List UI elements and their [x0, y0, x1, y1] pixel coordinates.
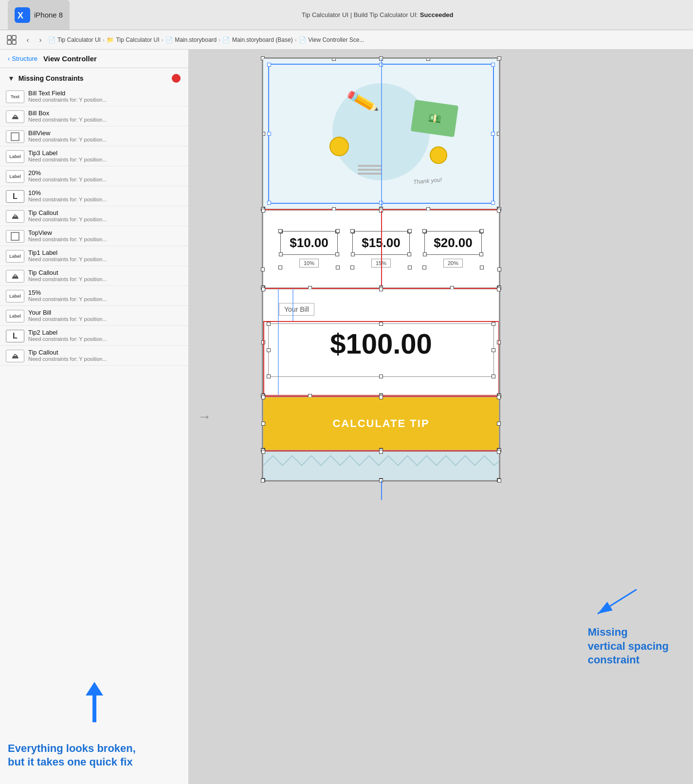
svg-rect-3 [12, 36, 16, 39]
handle [261, 422, 265, 426]
red-line-bill-left [263, 321, 264, 395]
breadcrumb-icon-3: 📄 [165, 36, 173, 44]
svg-rect-5 [12, 40, 16, 44]
red-line-bill-right [498, 321, 499, 395]
ci-badge-square [6, 130, 24, 143]
list-item[interactable]: Bill Box Need constraints for: Y positio… [0, 107, 188, 126]
back-button[interactable]: ‹ [22, 35, 33, 45]
list-item[interactable]: Tip Callout Need constraints for: Y posi… [0, 206, 188, 226]
storyboard-calc-section[interactable]: CALCULATE TIP [263, 397, 499, 450]
missing-constraint-arrow [588, 585, 646, 624]
breadcrumb-label-1: Tip Calculator UI [57, 36, 101, 43]
build-status: Tip Calculator UI | Build Tip Calculator… [70, 11, 685, 18]
list-item[interactable]: Text Bill Text Field Need constraints fo… [0, 87, 188, 107]
calculate-tip-button[interactable]: CALCULATE TIP [332, 417, 429, 430]
title-bar-app: X iPhone 8 [8, 0, 70, 30]
vertical-divider [381, 59, 382, 209]
breadcrumb-label-2: Tip Calculator UI [116, 36, 160, 43]
breadcrumb-icon-5: 📄 [298, 36, 306, 44]
tip-amount-1: $10.00 [290, 235, 328, 250]
ci-badge-image [6, 350, 24, 362]
ci-badge-image [6, 110, 24, 123]
breadcrumb-item-3: 📄 Main.storyboard › [165, 36, 220, 44]
ci-badge-square [6, 230, 24, 243]
ci-badge-label: Label [6, 250, 24, 263]
list-item[interactable]: L 10% Need constraints for: Y position..… [0, 186, 188, 206]
handle-ml [261, 267, 265, 271]
handle-bl [261, 479, 265, 482]
breadcrumb-item-5: 📄 View Controller Sce... [298, 36, 364, 44]
breadcrumb-icon-1: 📄 [48, 36, 55, 44]
tip-col-3: $20.00 20% [424, 231, 482, 267]
structure-label: Structure [12, 55, 37, 62]
annotation-text: Everything looks broken,but it takes one… [8, 742, 181, 769]
ci-badge-label: Label [6, 170, 24, 183]
handle [379, 395, 383, 399]
your-bill-label: Your Bill [279, 303, 314, 316]
list-item[interactable]: Label Tip3 Label Need constraints for: Y… [0, 146, 188, 166]
ci-badge-label: Label [6, 150, 24, 163]
grid-icon[interactable] [5, 35, 18, 45]
list-item[interactable]: Label 15% Need constraints for: Y positi… [0, 286, 188, 306]
jagged-bottom [263, 451, 499, 480]
tip-amount-box-3: $20.00 [424, 231, 482, 255]
storyboard-bottom-section [263, 451, 499, 481]
list-item[interactable]: Tip Callout Need constraints for: Y posi… [0, 266, 188, 286]
breadcrumb-item-1: 📄 Tip Calculator UI › [48, 36, 105, 44]
ci-badge-label: Label [6, 290, 24, 303]
missing-constraints-title: Missing Constraints [18, 74, 168, 82]
annotation-arrow-up [8, 682, 181, 722]
ci-badge-L: L [6, 330, 24, 342]
title-bar: X iPhone 8 Tip Calculator UI | Build Tip… [0, 0, 693, 30]
list-item[interactable]: Tip Callout Need constraints for: Y posi… [0, 346, 188, 366]
list-item[interactable]: TopView Need constraints for: Y position… [0, 226, 188, 246]
tip-amount-3: $20.00 [434, 235, 473, 250]
svg-rect-4 [7, 40, 11, 44]
annotation-area: Everything looks broken,but it takes one… [0, 672, 188, 784]
panel-header: ‹ Structure View Controller [0, 50, 188, 68]
coin-icon-1 [329, 137, 349, 156]
list-item[interactable]: Label Your Bill Need constraints for: Y … [0, 306, 188, 326]
constraint-list: Text Bill Text Field Need constraints fo… [0, 87, 188, 672]
right-annotation-container: Missingvertical spacingconstraint [588, 585, 669, 667]
left-panel: ‹ Structure View Controller ▼ Missing Co… [0, 50, 189, 784]
blue-line-extend [381, 481, 382, 500]
list-item[interactable]: BillView Need constraints for: Y positio… [0, 126, 188, 146]
tip-amount-box-1: $10.00 [280, 231, 338, 255]
forward-button[interactable]: › [35, 35, 46, 45]
list-item[interactable]: L Tip2 Label Need constraints for: Y pos… [0, 326, 188, 346]
blue-line-bill-2 [292, 289, 293, 321]
tip-pct-1: 10% [299, 259, 319, 267]
handle-mr [497, 267, 501, 271]
storyboard-arrow: → [198, 409, 211, 425]
constraints-section: ▼ Missing Constraints [0, 68, 188, 87]
list-item[interactable]: Label Tip1 Label Need constraints for: Y… [0, 246, 188, 266]
ci-badge-label: Label [6, 310, 24, 322]
svg-text:X: X [18, 11, 23, 20]
outer-selection-frame: ✏️ 💵 Thank you! [262, 57, 500, 481]
red-line-vertical [381, 211, 382, 287]
handle [497, 340, 501, 344]
ci-badge-image [6, 210, 24, 223]
list-item[interactable]: Label 20% Need constraints for: Y positi… [0, 166, 188, 186]
handle [497, 209, 501, 213]
handle-br [497, 479, 501, 482]
back-structure-button[interactable]: ‹ Structure [8, 55, 37, 62]
bill-icon: 💵 [411, 100, 458, 137]
canvas-container: ✏️ 💵 Thank you! [247, 57, 529, 481]
ci-badge-L: L [6, 190, 24, 203]
breadcrumb-icon-4: 📄 [222, 36, 230, 44]
breadcrumb-item-4: 📄 Main.storyboard (Base) › [222, 36, 296, 44]
storyboard-bill-section: Your Bill $100.00 [263, 289, 499, 396]
handle [497, 422, 501, 426]
ci-badge-text: Text [6, 90, 24, 103]
main-layout: ‹ Structure View Controller ▼ Missing Co… [0, 50, 693, 784]
breadcrumb-label-4: Main.storyboard (Base) [232, 36, 293, 43]
breadcrumb-label-3: Main.storyboard [175, 36, 217, 43]
storyboard-tip-row: $10.00 10% [263, 210, 499, 288]
breadcrumb-icon-2: 📁 [107, 36, 114, 44]
right-annotation-text: Missingvertical spacingconstraint [588, 625, 669, 667]
handle [261, 209, 265, 213]
handle [379, 287, 383, 291]
xcode-icon: X [15, 7, 30, 23]
